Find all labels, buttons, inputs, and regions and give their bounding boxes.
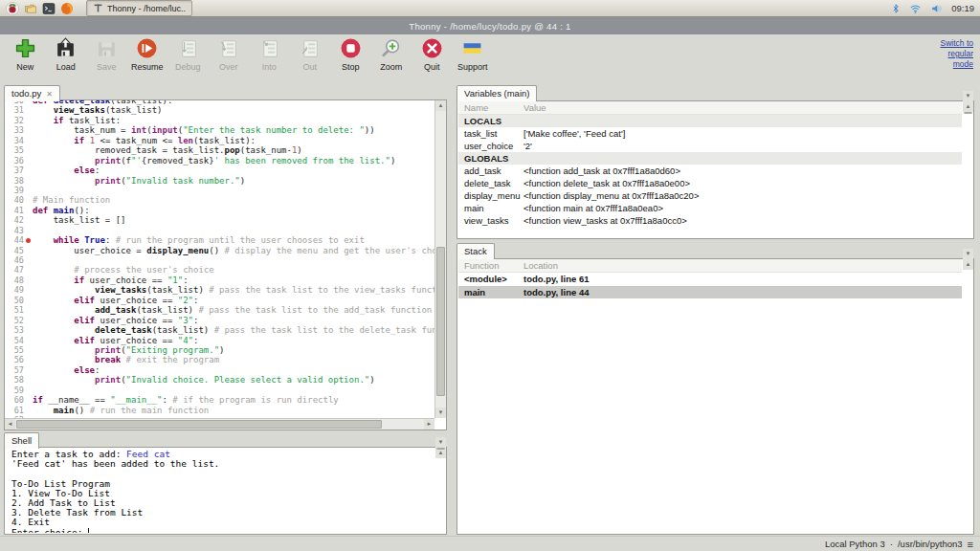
line-number[interactable]: 33 <box>6 125 24 135</box>
code-line[interactable]: 60if __name__ == "__main__": # if the pr… <box>6 395 434 405</box>
line-number[interactable]: 49 <box>6 285 24 295</box>
bluetooth-icon[interactable] <box>891 3 901 14</box>
switch-to-regular-mode-link[interactable]: Switch to regular mode <box>925 38 973 70</box>
line-number[interactable]: 59 <box>6 386 24 395</box>
code-line[interactable]: 54 elif user_choice == "4": <box>6 336 434 345</box>
line-number[interactable]: 37 <box>6 165 24 175</box>
code-line[interactable]: 58 print("Invalid choice. Please select … <box>6 375 434 385</box>
line-number[interactable]: 57 <box>6 365 24 375</box>
code-line[interactable]: 38 print("Invalid task number.") <box>6 176 434 186</box>
code-line[interactable]: 46 <box>6 255 434 265</box>
editor-hscroll-thumb[interactable] <box>16 420 382 429</box>
stack-frame-row[interactable]: <module>todo.py, line 61 <box>458 273 962 286</box>
variable-row[interactable]: view_tasks<function view_tasks at 0x7fff… <box>458 214 962 227</box>
code-line[interactable]: 48 if user_choice == "1": <box>6 276 434 285</box>
tab-todo-py[interactable]: todo.py✕ <box>4 85 60 101</box>
line-number[interactable]: 52 <box>6 316 24 325</box>
shell-panel[interactable]: Enter a task to add: Feed cat'Feed cat' … <box>4 447 447 535</box>
variable-row[interactable]: main<function main at 0x7fff1a8a0ea0> <box>458 202 962 214</box>
line-number[interactable]: 56 <box>6 355 24 364</box>
line-number[interactable]: 39 <box>6 186 24 195</box>
window-titlebar[interactable]: Thonny - /home/lucy/todo.py @ 44 : 1 <box>0 17 980 34</box>
toolbar-button-zoom[interactable]: Zoom <box>371 37 412 72</box>
line-number[interactable]: 45 <box>6 246 24 255</box>
scroll-down-arrow[interactable]: ▼ <box>435 408 446 418</box>
code-line[interactable]: 45 user_choice = display_menu() # displa… <box>6 246 434 255</box>
code-line[interactable]: 59 <box>6 386 434 395</box>
firefox-icon[interactable] <box>60 2 74 15</box>
scroll-down-arrow[interactable]: ▼ <box>435 437 446 448</box>
line-number[interactable]: 50 <box>6 296 24 305</box>
toolbar-button-support[interactable]: Support <box>453 37 494 72</box>
line-number[interactable]: 54 <box>6 336 24 345</box>
line-number[interactable]: 42 <box>6 215 24 225</box>
code-line[interactable]: 36 print(f"'{removed_task}' has been rem… <box>6 156 434 165</box>
code-line[interactable]: 40# Main function <box>6 195 434 205</box>
code-line[interactable]: 33 task_num = int(input("Enter the task … <box>6 125 434 135</box>
code-line[interactable]: 50 elif user_choice == "2": <box>6 296 434 305</box>
line-number[interactable]: 38 <box>6 176 24 186</box>
toolbar-button-quit[interactable]: Quit <box>412 37 453 72</box>
code-line[interactable]: 43 <box>6 226 434 235</box>
variable-row[interactable]: task_list['Make coffee', 'Feed cat'] <box>458 127 962 140</box>
code-line[interactable]: 47 # process the user's choice <box>6 265 434 275</box>
variable-row[interactable]: add_task<function add_task at 0x7fff1a8a… <box>458 165 962 177</box>
line-number[interactable]: 47 <box>6 265 24 275</box>
terminal-icon[interactable] <box>42 2 56 15</box>
shell-output[interactable]: Enter a task to add: Feed cat'Feed cat' … <box>6 450 434 533</box>
scroll-up-arrow[interactable]: ▲ <box>963 259 973 270</box>
editor-vscrollbar[interactable]: ▲ ▼ <box>434 100 446 418</box>
scroll-up-arrow[interactable]: ▲ <box>435 100 446 111</box>
toolbar-button-new[interactable]: New <box>5 37 46 72</box>
line-number[interactable]: 60 <box>6 395 24 405</box>
toolbar-button-resume[interactable]: Resume <box>127 37 168 72</box>
line-number[interactable]: 61 <box>6 406 24 415</box>
line-number[interactable]: 53 <box>6 325 24 335</box>
line-number[interactable]: 48 <box>6 276 24 285</box>
code-line[interactable]: 52 elif user_choice == "3": <box>6 316 434 325</box>
code-line[interactable]: 44 while True: # run the program until t… <box>6 235 434 245</box>
raspberry-menu-icon[interactable] <box>6 2 19 15</box>
code-line[interactable]: 57 else: <box>6 365 434 375</box>
code-line[interactable]: 35 removed_task = task_list.pop(task_num… <box>6 145 434 155</box>
toolbar-button-stop[interactable]: Stop <box>330 37 371 72</box>
editor-vscroll-thumb[interactable] <box>436 247 445 396</box>
code-line[interactable]: 53 delete_task(task_list) # pass the tas… <box>6 325 434 335</box>
line-number[interactable]: 41 <box>6 206 24 215</box>
shell-vscroll-thumb[interactable] <box>436 448 445 450</box>
scroll-up-arrow[interactable]: ▲ <box>963 101 973 112</box>
code-line[interactable]: 55 print("Exiting program.") <box>6 345 434 355</box>
line-number[interactable]: 35 <box>6 145 24 155</box>
code-line[interactable]: 61 main() # run the main function <box>6 406 434 415</box>
code-line[interactable]: 41def main(): <box>6 206 434 215</box>
code-line[interactable]: 31 view_tasks(task_list) <box>6 105 434 115</box>
scroll-down-arrow[interactable]: ▼ <box>963 249 973 259</box>
variable-row[interactable]: user_choice'2' <box>458 140 962 152</box>
taskbar-window-button[interactable]: Thonny - /home/luc.. <box>86 0 192 16</box>
wifi-icon[interactable] <box>909 3 922 14</box>
code-line[interactable]: 51 add_task(task_list) # pass the task l… <box>6 305 434 315</box>
stack-frame-row[interactable]: maintodo.py, line 44 <box>458 286 962 299</box>
tab-variables[interactable]: Variables (main) <box>457 85 537 101</box>
tab-stack[interactable]: Stack <box>457 243 495 259</box>
code-line[interactable]: 42 task_list = [] <box>6 215 434 225</box>
line-number[interactable]: 46 <box>6 255 24 265</box>
code-line[interactable]: 49 view_tasks(task_list) # pass the task… <box>6 285 434 295</box>
variable-row[interactable]: display_menu<function display_menu at 0x… <box>458 189 962 202</box>
tab-close-icon[interactable]: ✕ <box>46 90 53 99</box>
line-number[interactable]: 58 <box>6 375 24 385</box>
line-number[interactable]: 55 <box>6 345 24 355</box>
toolbar-button-load[interactable]: Load <box>46 37 87 72</box>
line-number[interactable]: 51 <box>6 305 24 315</box>
line-number[interactable]: 32 <box>6 116 24 125</box>
file-manager-icon[interactable] <box>24 2 37 15</box>
code-line[interactable]: 32 if task_list: <box>6 116 434 125</box>
code-line[interactable]: 56 break # exit the program <box>6 355 434 364</box>
variables-vscroll-thumb[interactable] <box>964 112 972 114</box>
line-number[interactable]: 43 <box>6 226 24 235</box>
scroll-down-arrow[interactable]: ▼ <box>963 91 973 101</box>
line-number[interactable]: 36 <box>6 156 24 165</box>
scroll-right-arrow[interactable]: ► <box>424 419 434 430</box>
tab-shell[interactable]: Shell <box>4 432 39 449</box>
code-area[interactable]: 30def delete_task(task_list):31 view_tas… <box>6 100 434 418</box>
